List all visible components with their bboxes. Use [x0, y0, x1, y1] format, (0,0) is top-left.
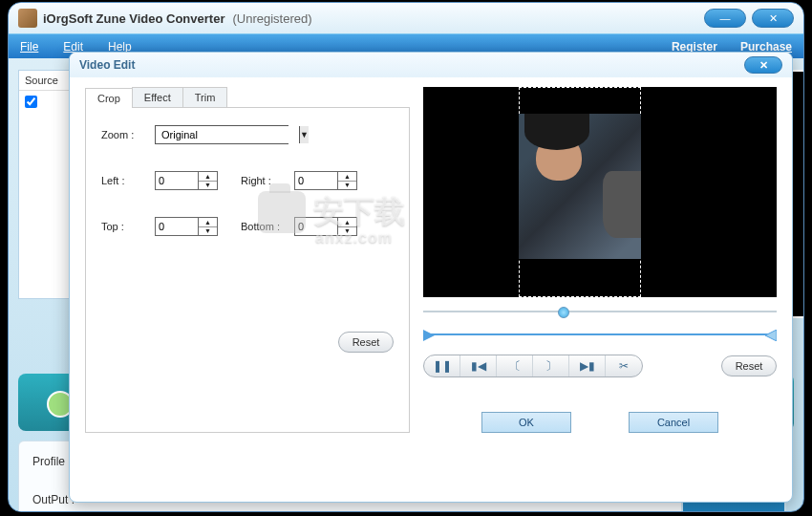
top-label: Top : [101, 221, 155, 232]
next-button[interactable]: ▶▮ [569, 355, 606, 376]
spinner-down-icon[interactable]: ▼ [338, 182, 356, 190]
dialog-title: Video Edit [79, 58, 135, 72]
zoom-combo[interactable]: ▼ [155, 125, 288, 144]
svg-marker-1 [765, 330, 777, 341]
reset-play-button[interactable]: Reset [721, 355, 777, 376]
minimize-button[interactable]: — [704, 9, 746, 28]
bottom-input[interactable] [295, 221, 337, 232]
left-label: Left : [101, 175, 155, 186]
trim-end-marker[interactable] [765, 330, 777, 341]
trim-start-marker[interactable] [423, 330, 435, 341]
source-checkbox-input[interactable] [25, 96, 37, 108]
source-panel: Source [18, 70, 74, 299]
menu-file[interactable]: File [20, 40, 38, 54]
ok-button[interactable]: OK [481, 412, 571, 433]
source-checkbox[interactable] [19, 91, 73, 116]
left-pane: Crop Effect Trim Zoom : ▼ Left : ▲▼ [85, 87, 410, 494]
reset-crop-button[interactable]: Reset [338, 332, 394, 353]
titlebar: iOrgSoft Zune Video Converter (Unregiste… [9, 3, 803, 33]
video-preview[interactable] [423, 87, 777, 297]
right-label: Right : [241, 175, 294, 186]
bottom-spinner[interactable]: ▲▼ [294, 217, 357, 236]
top-spinner[interactable]: ▲▼ [155, 217, 218, 236]
play-controls: ❚❚ ▮◀ 〔 〕 ▶▮ ✂ [423, 355, 643, 377]
video-edit-dialog: Video Edit ✕ Crop Effect Trim Zoom : ▼ L… [69, 52, 793, 503]
zoom-input[interactable] [156, 126, 299, 143]
dialog-titlebar: Video Edit ✕ [70, 53, 792, 77]
app-subtitle: (Unregistered) [232, 11, 311, 26]
tab-trim[interactable]: Trim [182, 87, 228, 107]
dropdown-icon[interactable]: ▼ [299, 126, 309, 143]
zoom-label: Zoom : [101, 129, 155, 140]
playbar: ❚❚ ▮◀ 〔 〕 ▶▮ ✂ Reset [423, 355, 777, 377]
video-frame [519, 114, 641, 259]
trim-range[interactable] [423, 326, 777, 343]
stop-button[interactable]: ▮◀ [460, 355, 497, 376]
tabs: Crop Effect Trim [85, 87, 410, 108]
spinner-up-icon[interactable]: ▲ [199, 218, 217, 227]
bracket-open-button[interactable]: 〔 [497, 355, 533, 376]
svg-marker-0 [423, 330, 435, 341]
snapshot-button[interactable]: ✂ [606, 355, 642, 376]
tab-effect[interactable]: Effect [132, 87, 183, 107]
seek-thumb[interactable] [558, 307, 569, 318]
seek-slider[interactable] [423, 305, 777, 318]
right-spinner[interactable]: ▲▼ [294, 171, 357, 190]
spinner-down-icon[interactable]: ▼ [199, 227, 217, 236]
spinner-down-icon[interactable]: ▼ [199, 182, 217, 190]
bracket-close-button[interactable]: 〕 [533, 355, 569, 376]
right-pane: ❚❚ ▮◀ 〔 〕 ▶▮ ✂ Reset OK Cancel [410, 87, 777, 494]
spinner-up-icon[interactable]: ▲ [199, 172, 217, 182]
spinner-up-icon[interactable]: ▲ [338, 172, 356, 182]
tab-crop[interactable]: Crop [85, 88, 133, 108]
spinner-up-icon[interactable]: ▲ [338, 218, 356, 227]
right-input[interactable] [295, 175, 337, 186]
cancel-button[interactable]: Cancel [629, 412, 718, 433]
top-input[interactable] [156, 221, 198, 232]
left-input[interactable] [156, 175, 198, 186]
bottom-label: Bottom : [241, 221, 294, 232]
left-spinner[interactable]: ▲▼ [155, 171, 218, 190]
tab-content-crop: Zoom : ▼ Left : ▲▼ Right : ▲▼ [85, 108, 410, 433]
dialog-close-button[interactable]: ✕ [744, 56, 782, 74]
app-title: iOrgSoft Zune Video Converter [43, 11, 224, 26]
spinner-down-icon[interactable]: ▼ [338, 227, 356, 236]
pause-button[interactable]: ❚❚ [424, 355, 460, 376]
source-header: Source [19, 71, 73, 91]
app-logo-icon [18, 9, 37, 28]
close-window-button[interactable]: ✕ [752, 9, 794, 28]
